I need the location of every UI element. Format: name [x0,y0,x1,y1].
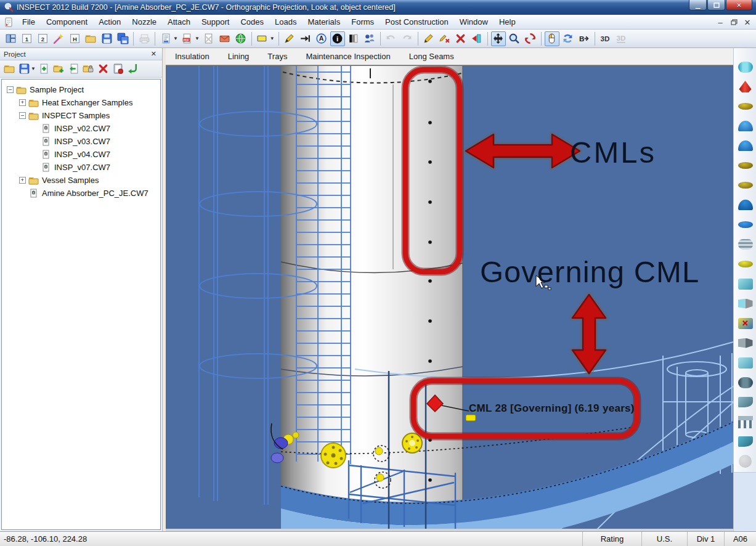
menu-materials[interactable]: Materials [302,15,346,28]
menu-loads[interactable]: Loads [269,15,302,28]
tree-item-insp-v04-cw7[interactable]: BINSP_v04.CW7 [2,148,160,161]
remove-button[interactable] [97,62,110,76]
expand-icon[interactable]: + [19,99,26,106]
shell-course-icon[interactable] [735,373,755,392]
insert-component-button[interactable] [469,31,484,46]
cylinder-icon[interactable] [735,57,755,76]
plate-icon[interactable] [735,353,755,372]
tree-item-sample-project[interactable]: –Sample Project [2,83,160,96]
hemispherical-head-icon[interactable] [735,136,755,155]
window-2-button[interactable]: 2 [35,31,50,46]
export-pdf-button-dropdown-icon[interactable]: ▼ [195,36,200,41]
leg-support-icon[interactable] [735,412,755,431]
zoom-button[interactable] [507,31,522,46]
tree-item-inspect-samples[interactable]: –INSPECT Samples [2,109,160,122]
add-file-button[interactable] [38,62,51,76]
torispherical-head-icon[interactable] [735,97,755,116]
maximize-button[interactable] [707,0,725,10]
save-all-button[interactable] [115,31,130,46]
window-h-button[interactable]: H [67,31,82,46]
view-3d-wire-button[interactable]: 3D [614,31,629,46]
skirt-icon[interactable] [735,195,755,214]
menu-action[interactable]: Action [93,15,126,28]
mdi-minimize-button[interactable]: – [714,17,726,27]
lug-icon[interactable] [735,274,755,293]
tree-item-insp-v07-cw7[interactable]: BINSP_v07.CW7 [2,161,160,174]
archive-button[interactable] [82,62,96,76]
wizard-button[interactable] [51,31,66,46]
collapse-icon[interactable]: – [19,112,26,119]
sphere-icon[interactable] [735,452,755,471]
tree-item-amine-absorber-pc-je-cw7[interactable]: BAmine Absorber_PC_JE.CW7 [2,187,160,200]
refresh-tree-button[interactable] [126,62,140,76]
collapse-icon[interactable]: – [7,86,14,93]
menu-codes[interactable]: Codes [235,15,269,28]
project-panel-close-icon[interactable]: ✕ [149,50,158,58]
highlight-color-button[interactable] [255,31,270,46]
add-folder-button[interactable] [52,62,66,76]
print-button[interactable] [137,31,152,46]
flat-head-icon[interactable] [735,156,755,175]
flange-check-icon[interactable] [735,314,755,333]
base-plate-icon[interactable] [735,215,755,234]
mdi-restore-button[interactable] [728,17,740,27]
project-open-button[interactable] [2,62,16,76]
open-button[interactable] [83,31,98,46]
elliptical-head-icon[interactable] [735,116,755,136]
cone-icon[interactable] [735,77,755,96]
cml28-marker[interactable] [466,415,476,421]
menu-post-construction[interactable]: Post Construction [380,15,454,28]
project-save-button-dropdown-icon[interactable]: ▼ [31,66,36,71]
mdi-close-button[interactable]: ✕ [741,17,754,27]
redo-button[interactable] [400,31,415,46]
saddle-support-icon[interactable] [735,432,755,451]
web-button[interactable] [234,31,248,46]
tab-lining[interactable]: Lining [219,49,259,63]
menu-file[interactable]: File [17,15,41,28]
tray-icon[interactable] [735,255,755,274]
mouse-mode-button[interactable] [545,31,559,46]
nozzle-pad-icon[interactable] [735,333,755,352]
expansion-joint-icon[interactable] [735,235,755,254]
window-1-button[interactable]: 1 [19,31,34,46]
info-button[interactable]: i [330,31,345,46]
undo-button[interactable] [384,31,399,46]
project-save-button[interactable] [17,62,31,76]
transition-cone-icon[interactable] [735,393,755,412]
menu-nozzle[interactable]: Nozzle [126,15,162,28]
view-3d-button[interactable]: 3D [598,31,613,46]
rotate-button[interactable] [523,31,538,46]
tree-item-insp-v02-cw7[interactable]: BINSP_v02.CW7 [2,122,160,135]
menu-attach[interactable]: Attach [162,15,196,28]
tab-trays[interactable]: Trays [258,49,296,63]
pan-button[interactable] [491,31,506,46]
restraint-button[interactable]: B [577,31,591,46]
workspace-layout-button[interactable] [3,31,18,46]
tree-item-heat-exchanger-samples[interactable]: +Heat Exchanger Samples [2,96,160,109]
body-flange-icon[interactable] [735,176,755,195]
menu-help[interactable]: Help [494,15,521,28]
users-button[interactable] [362,31,377,46]
edit-off-button[interactable] [437,31,452,46]
menu-window[interactable]: Window [454,15,494,28]
menu-support[interactable]: Support [196,15,235,28]
minimize-button[interactable]: ▁ [689,0,707,10]
tree-item-vessel-samples[interactable]: +Vessel Samples [2,174,160,187]
expand-icon[interactable]: + [19,177,26,184]
shade-button[interactable] [346,31,361,46]
edit-button[interactable] [421,31,436,46]
nozzle-icon[interactable] [735,294,755,313]
model-viewport[interactable]: CMLs Governing CML CML 28 [Governing] (6… [166,65,733,529]
tab-maintenance-inspection[interactable]: Maintenance Inspection [296,49,399,63]
tab-insulation[interactable]: Insulation [166,49,219,63]
discard-document-button[interactable] [201,31,216,46]
export-report-button-dropdown-icon[interactable]: ▼ [173,36,178,41]
refresh-button[interactable] [561,31,575,46]
export-pdf-button[interactable]: PDF [180,31,195,46]
menu-component[interactable]: Component [41,15,93,28]
tab-long-seams[interactable]: Long Seams [400,49,463,63]
import-file-button[interactable] [67,62,81,76]
paint-button[interactable] [282,31,297,46]
delete-button[interactable] [453,31,468,46]
highlight-color-button-dropdown-icon[interactable]: ▼ [270,36,275,41]
